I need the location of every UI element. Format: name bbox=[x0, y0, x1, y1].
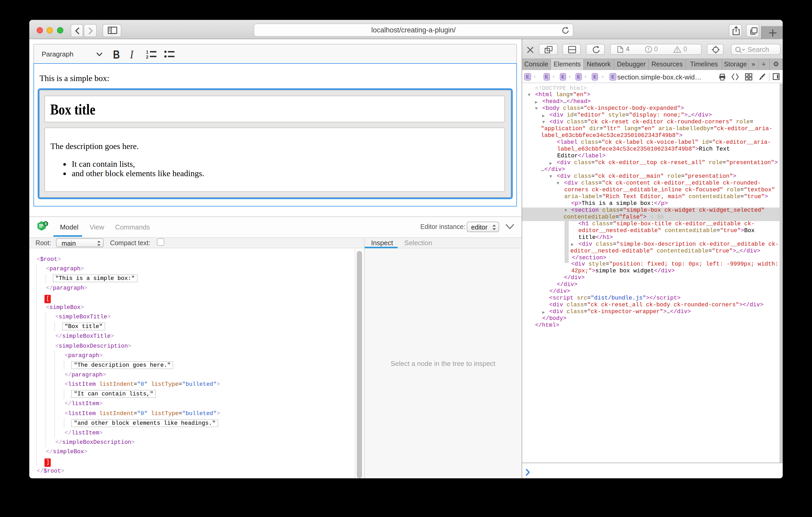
svg-text:2: 2 bbox=[146, 55, 148, 59]
svg-text:1: 1 bbox=[146, 50, 148, 55]
svg-text:5: 5 bbox=[44, 221, 46, 226]
